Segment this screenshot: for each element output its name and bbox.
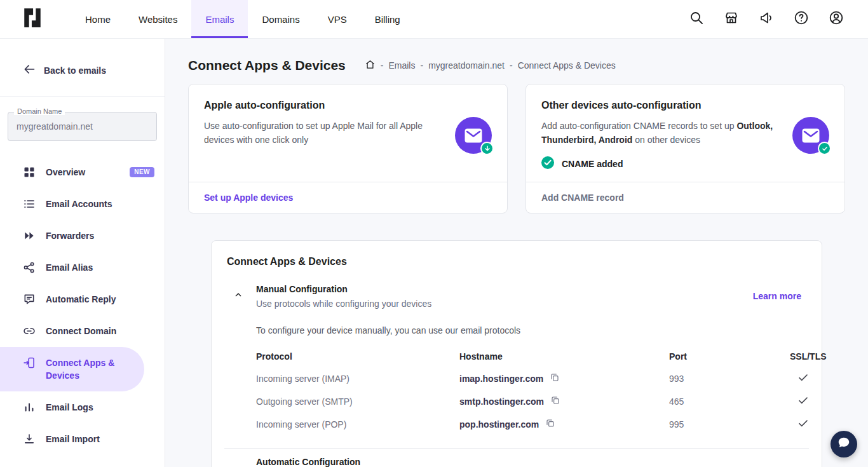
grid-icon xyxy=(23,166,36,179)
breadcrumb-current: Connect Apps & Devices xyxy=(518,60,616,71)
check-circle-icon xyxy=(541,156,554,172)
back-to-emails-link[interactable]: Back to emails xyxy=(0,39,165,97)
domain-name-label: Domain Name xyxy=(14,107,65,115)
manual-config-title: Manual Configuration xyxy=(256,284,431,294)
list-icon xyxy=(23,198,36,210)
cname-status: CNAME added xyxy=(541,156,780,172)
learn-more-link[interactable]: Learn more xyxy=(753,291,801,301)
sidebar-item-automatic-reply[interactable]: Automatic Reply xyxy=(0,283,165,315)
protocol-cell: Outgoing server (SMTP) xyxy=(256,396,459,407)
sidebar-item-label: Overview xyxy=(46,166,119,179)
account-button[interactable] xyxy=(827,10,845,28)
manual-configuration-header: Manual Configuration Use protocols while… xyxy=(212,284,822,309)
nav-home[interactable]: Home xyxy=(71,0,125,38)
chat-message-icon xyxy=(23,293,36,306)
page-title: Connect Apps & Devices xyxy=(188,58,346,73)
sidebar-item-connect-domain[interactable]: Connect Domain xyxy=(0,315,165,347)
domain-name-field: Domain Name xyxy=(8,112,157,141)
copy-button[interactable] xyxy=(550,395,560,407)
hostname-value: smtp.hostinger.com xyxy=(459,396,544,407)
hostinger-logo[interactable] xyxy=(22,0,43,38)
sidebar-item-connect-apps-devices[interactable]: Connect Apps & Devices xyxy=(0,347,144,391)
protocol-cell: Incoming server (POP) xyxy=(256,419,459,430)
breadcrumb-domain[interactable]: mygreatdomain.net xyxy=(428,60,505,71)
store-button[interactable] xyxy=(722,10,740,28)
breadcrumb-home-link[interactable] xyxy=(365,59,376,72)
hostinger-logo-icon xyxy=(22,7,43,31)
table-row: Outgoing server (SMTP) smtp.hostinger.co… xyxy=(256,390,799,413)
main-nav: Home Websites Emails Domains VPS Billing xyxy=(71,0,414,38)
ssl-check xyxy=(790,417,809,431)
port-cell: 995 xyxy=(669,419,790,430)
account-icon xyxy=(828,10,844,29)
apple-card-title: Apple auto-configuration xyxy=(204,100,442,111)
apple-auto-config-card: Apple auto-configuration Use auto-config… xyxy=(188,84,508,213)
chat-widget-button[interactable] xyxy=(831,431,857,457)
other-card-title: Other devices auto-configuration xyxy=(541,100,780,111)
announcements-button[interactable] xyxy=(757,10,775,28)
auto-config-cards: Apple auto-configuration Use auto-config… xyxy=(188,84,845,213)
sidebar-menu: Overview NEW Email Accounts Forwarders E… xyxy=(0,156,165,455)
port-cell: 993 xyxy=(669,374,790,384)
sidebar-item-label: Automatic Reply xyxy=(46,293,154,306)
nav-emails[interactable]: Emails xyxy=(191,0,248,38)
automatic-config-title: Automatic Configuration xyxy=(256,457,799,467)
cname-status-label: CNAME added xyxy=(562,159,623,169)
question-icon xyxy=(793,10,810,29)
download-badge-icon xyxy=(480,142,494,155)
check-badge-icon xyxy=(818,142,831,155)
connect-card-title: Connect Apps & Devices xyxy=(212,256,822,267)
page-header: Connect Apps & Devices - Emails - mygrea… xyxy=(188,58,845,73)
mail-envelope-icon xyxy=(455,117,492,154)
sidebar-item-email-accounts[interactable]: Email Accounts xyxy=(0,188,165,220)
fast-forward-icon xyxy=(23,229,36,242)
sidebar-item-label: Connect Domain xyxy=(46,325,154,337)
arrow-left-icon xyxy=(23,63,36,78)
chevron-up-icon xyxy=(233,290,243,302)
copy-button[interactable] xyxy=(550,372,560,384)
back-to-emails-label: Back to emails xyxy=(44,65,106,76)
home-icon xyxy=(365,59,376,72)
setup-apple-devices-link[interactable]: Set up Apple devices xyxy=(204,193,293,203)
col-port: Port xyxy=(669,351,790,362)
copy-icon xyxy=(550,395,560,407)
breadcrumb-separator: - xyxy=(510,60,513,71)
sidebar: Back to emails Domain Name Overview NEW … xyxy=(0,39,165,467)
domain-name-input[interactable] xyxy=(17,121,148,132)
link-icon xyxy=(23,325,36,337)
hostname-value: pop.hostinger.com xyxy=(459,419,539,430)
search-icon xyxy=(689,10,704,28)
table-row: Incoming server (POP) pop.hostinger.com … xyxy=(256,413,799,436)
other-devices-auto-config-card: Other devices auto-configuration Add aut… xyxy=(526,84,845,213)
nav-websites[interactable]: Websites xyxy=(125,0,191,38)
breadcrumb-separator: - xyxy=(420,60,423,71)
table-row: Incoming server (IMAP) imap.hostinger.co… xyxy=(256,367,799,390)
download-icon xyxy=(23,433,36,445)
nav-vps[interactable]: VPS xyxy=(314,0,361,38)
manual-config-subtitle: Use protocols while configuring your dev… xyxy=(256,299,431,309)
sidebar-item-email-alias[interactable]: Email Alias xyxy=(0,252,165,283)
device-connect-icon xyxy=(23,356,36,369)
main-content: Connect Apps & Devices - Emails - mygrea… xyxy=(165,39,868,467)
nav-domains[interactable]: Domains xyxy=(248,0,313,38)
check-icon xyxy=(797,372,809,385)
sidebar-item-email-logs[interactable]: Email Logs xyxy=(0,391,165,423)
bar-chart-icon xyxy=(23,401,36,414)
check-icon xyxy=(797,417,809,431)
copy-button[interactable] xyxy=(545,418,555,430)
chat-bubble-icon xyxy=(837,436,851,452)
share-icon xyxy=(23,261,36,274)
table-header-row: Protocol Hostname Port SSL/TLS xyxy=(256,346,799,367)
sidebar-item-overview[interactable]: Overview NEW xyxy=(0,156,165,188)
sidebar-item-label: Email Logs xyxy=(46,401,154,414)
collapse-toggle[interactable] xyxy=(231,288,246,304)
breadcrumb-emails[interactable]: Emails xyxy=(388,60,415,71)
sidebar-item-forwarders[interactable]: Forwarders xyxy=(0,220,165,252)
add-cname-record-link[interactable]: Add CNAME record xyxy=(541,193,624,203)
top-navigation-bar: Home Websites Emails Domains VPS Billing xyxy=(0,0,868,39)
search-button[interactable] xyxy=(688,10,705,28)
sidebar-item-email-import[interactable]: Email Import xyxy=(0,423,165,455)
help-button[interactable] xyxy=(792,10,810,28)
nav-billing[interactable]: Billing xyxy=(361,0,414,38)
sidebar-item-label: Email Alias xyxy=(46,261,154,274)
